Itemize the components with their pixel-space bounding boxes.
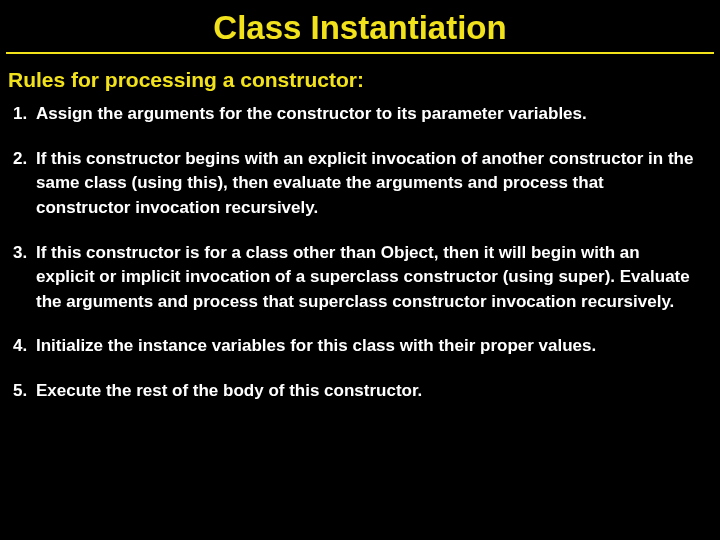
list-item: Initialize the instance variables for th… bbox=[32, 334, 702, 359]
rules-list: Assign the arguments for the constructor… bbox=[0, 102, 720, 404]
slide-subtitle: Rules for processing a constructor: bbox=[8, 68, 720, 92]
list-item: If this constructor is for a class other… bbox=[32, 241, 702, 315]
list-item: Execute the rest of the body of this con… bbox=[32, 379, 702, 404]
list-item: If this constructor begins with an expli… bbox=[32, 147, 702, 221]
slide: Class Instantiation Rules for processing… bbox=[0, 0, 720, 540]
title-underline bbox=[6, 52, 714, 54]
slide-title: Class Instantiation bbox=[0, 0, 720, 52]
list-item: Assign the arguments for the constructor… bbox=[32, 102, 702, 127]
